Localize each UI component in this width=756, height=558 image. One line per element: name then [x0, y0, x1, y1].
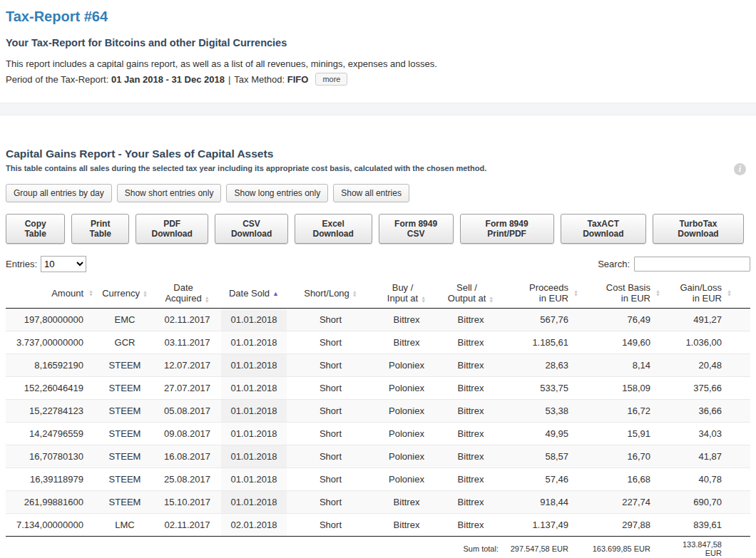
report-header: Tax-Report #64 Your Tax-Report for Bitco… [0, 9, 756, 86]
report-description: This report includes a capital gains rep… [6, 58, 750, 70]
report-period-line: Period of the Tax-Report: 01 Jan 2018 - … [6, 73, 750, 86]
cell-currency: STEEM [96, 400, 153, 423]
column-header-short-long[interactable]: Short/Long▲▼ [287, 278, 374, 309]
entries-select[interactable]: 10 [41, 256, 86, 272]
cell-proceeds-eur: 49,95 [503, 423, 581, 445]
table-controls: Entries: 10 Search: [6, 256, 750, 272]
export-button-8[interactable]: TurboTax Download [653, 214, 744, 244]
sort-down-arrow: ▼ [352, 294, 357, 297]
cell-amount: 7.134,00000000 [6, 514, 96, 537]
export-button-3[interactable]: CSV Download [215, 214, 288, 244]
sort-down-arrow: ▼ [655, 293, 660, 296]
filter-button-1[interactable]: Show short entries only [117, 184, 222, 202]
cell-short-long: Short [287, 468, 374, 491]
sum-cost_basis: 163.699,85 EUR [581, 537, 663, 558]
sort-down-arrow: ▼ [727, 293, 732, 296]
cell-buy-input-at: Poloniex [374, 354, 439, 377]
cell-date-sold: 01.01.2018 [221, 491, 287, 514]
search-label: Search: [598, 259, 630, 269]
column-header-cost-basis-eur[interactable]: Cost Basis in EUR▲▼ [581, 278, 663, 309]
export-buttons: Copy TablePrint TablePDF DownloadCSV Dow… [6, 214, 750, 244]
table-row: 14,24796559STEEM09.08.201701.01.2018Shor… [6, 423, 750, 445]
section-subheading: This table contains all sales during the… [6, 164, 750, 172]
cell-currency: STEEM [96, 468, 153, 491]
capital-gains-section: i Capital Gains Report - Your Sales of C… [0, 148, 756, 272]
export-button-4[interactable]: Excel Download [295, 214, 372, 244]
cell-short-long: Short [287, 400, 374, 423]
cell-date-acquired: 03.11.2017 [153, 331, 221, 354]
period-label: Period of the Tax-Report: [6, 74, 108, 85]
cell-gain-loss-eur: 491,27 [663, 309, 750, 331]
column-label-amount: Amount [51, 288, 83, 299]
cell-short-long: Short [287, 491, 374, 514]
table-footer: Sum total:297.547,58 EUR163.699,85 EUR13… [6, 537, 750, 558]
cell-amount: 3.737,00000000 [6, 331, 96, 354]
cell-currency: STEEM [96, 445, 153, 468]
cell-short-long: Short [287, 309, 374, 331]
export-button-1[interactable]: Print Table [71, 214, 129, 244]
export-button-6[interactable]: Form 8949 Print/PDF [460, 214, 554, 244]
cell-proceeds-eur: 58,57 [503, 445, 581, 468]
table-row: 261,99881600STEEM15.10.201701.01.2018Sho… [6, 491, 750, 514]
cell-amount: 15,22784123 [6, 400, 96, 423]
sort-icon: ▲▼ [143, 290, 148, 297]
column-header-date-sold[interactable]: Date Sold▲ [221, 278, 287, 309]
cell-cost-basis-eur: 15,91 [581, 423, 663, 445]
cell-currency: STEEM [96, 354, 153, 377]
cell-date-sold: 01.01.2018 [221, 309, 287, 331]
column-header-sell-output-at[interactable]: Sell / Output at▲▼ [439, 278, 503, 309]
filter-button-2[interactable]: Show long entries only [226, 184, 328, 202]
cell-proceeds-eur: 1.137,49 [503, 514, 581, 537]
cell-proceeds-eur: 567,76 [503, 309, 581, 331]
cell-date-sold: 01.01.2018 [221, 354, 287, 377]
cell-short-long: Short [287, 423, 374, 445]
tax-method-label: Tax Method: [234, 74, 285, 85]
report-subtitle: Your Tax-Report for Bitcoins and other D… [6, 37, 750, 48]
export-button-5[interactable]: Form 8949 CSV [379, 214, 454, 244]
cell-cost-basis-eur: 227,74 [581, 491, 663, 514]
cell-sell-output-at: Bittrex [439, 400, 503, 423]
cell-amount: 16,39118979 [6, 468, 96, 491]
export-button-0[interactable]: Copy Table [6, 214, 65, 244]
export-button-2[interactable]: PDF Download [136, 214, 208, 244]
column-header-currency[interactable]: Currency▲▼ [96, 278, 153, 309]
table-header-row: Amount▲▼Currency▲▼Date Acquired▲▼Date So… [6, 278, 750, 309]
cell-gain-loss-eur: 34,03 [663, 423, 750, 445]
cell-gain-loss-eur: 839,61 [663, 514, 750, 537]
column-header-proceeds-eur[interactable]: Proceeds in EUR▲▼ [503, 278, 581, 309]
column-header-amount[interactable]: Amount▲▼ [6, 278, 96, 309]
cell-buy-input-at: Poloniex [374, 377, 439, 400]
column-header-buy-input-at[interactable]: Buy / Input at▲▼ [374, 278, 439, 309]
search-input[interactable] [634, 257, 750, 272]
cell-short-long: Short [287, 514, 374, 537]
column-label-date-acquired: Date Acquired [165, 282, 201, 304]
cell-date-acquired: 02.11.2017 [153, 309, 221, 331]
filter-button-0[interactable]: Group all entries by day [6, 184, 112, 202]
cell-cost-basis-eur: 16,72 [581, 400, 663, 423]
column-header-gain-loss-eur[interactable]: Gain/Loss in EUR▲▼ [663, 278, 750, 309]
cell-buy-input-at: Bittrex [374, 514, 439, 537]
table-row: 197,80000000EMC02.11.201701.01.2018Short… [6, 309, 750, 331]
sort-asc-icon: ▲ [272, 291, 279, 297]
cell-proceeds-eur: 53,38 [503, 400, 581, 423]
table-row: 152,26046419STEEM27.07.201701.01.2018Sho… [6, 377, 750, 400]
export-button-7[interactable]: TaxACT Download [561, 214, 646, 244]
divider-band [0, 103, 756, 115]
filter-button-3[interactable]: Show all entries [333, 184, 409, 202]
entries-label: Entries: [6, 259, 37, 269]
cell-proceeds-eur: 918,44 [503, 491, 581, 514]
cell-gain-loss-eur: 41,87 [663, 445, 750, 468]
column-header-date-acquired[interactable]: Date Acquired▲▼ [153, 278, 221, 309]
cell-date-acquired: 09.08.2017 [153, 423, 221, 445]
sort-down-arrow: ▼ [421, 299, 426, 303]
sum-row: Sum total:297.547,58 EUR163.699,85 EUR13… [6, 537, 750, 558]
cell-date-acquired: 05.08.2017 [153, 400, 221, 423]
cell-date-sold: 01.01.2018 [221, 468, 287, 491]
info-icon[interactable]: i [734, 163, 746, 175]
sort-down-arrow: ▼ [143, 294, 148, 297]
cell-date-sold: 01.01.2018 [221, 331, 287, 354]
cell-currency: LMC [96, 514, 153, 537]
more-button[interactable]: more [315, 73, 347, 86]
column-label-buy-input-at: Buy / Input at [387, 282, 418, 304]
cell-short-long: Short [287, 445, 374, 468]
